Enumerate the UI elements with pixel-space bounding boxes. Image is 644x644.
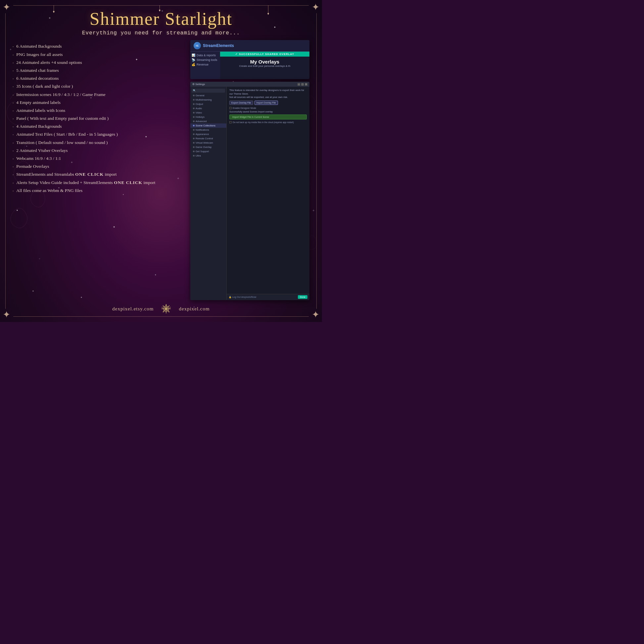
se-overlays-title: My Overlays xyxy=(223,59,307,65)
settings-nav-ultra[interactable]: Ultra xyxy=(190,154,226,158)
bullet-14: · xyxy=(13,148,14,154)
corner-bl: ✦ xyxy=(3,310,10,319)
features-list: · 6 Animated Backgrounds · PNG Images fo… xyxy=(13,40,185,300)
settings-nav-output[interactable]: Output xyxy=(190,102,226,106)
feature-text-15: Webcams 16:9 / 4:3 / 1:1 xyxy=(16,156,185,162)
border-bottom xyxy=(13,316,309,317)
settings-main-wrapper: This feature is intended for overlay des… xyxy=(227,87,309,300)
settings-search-box[interactable]: 🔍 xyxy=(192,89,225,93)
designer-mode-checkbox[interactable] xyxy=(229,107,232,109)
export-overlay-button[interactable]: Export Overlay File xyxy=(229,101,253,105)
feature-text-1: 6 Animated Backgrounds xyxy=(16,43,185,50)
done-button[interactable]: Done xyxy=(298,295,307,299)
settings-body: 🔍 General Multistreaming Output Audio xyxy=(190,87,309,300)
se-logo: SE xyxy=(194,42,201,49)
feature-9: · Animated labels with Icons xyxy=(13,108,185,114)
feature-11: · 4 Animated Backgrounds xyxy=(13,123,185,130)
import-overlay-button[interactable]: Import Overlay File xyxy=(254,101,278,105)
main-area: · 6 Animated Backgrounds · PNG Images fo… xyxy=(13,40,309,300)
feature-text-11: 4 Animated Backgrounds xyxy=(16,123,185,130)
settings-nav-hotkeys[interactable]: Hotkeys xyxy=(190,115,226,119)
border-right xyxy=(316,13,317,309)
settings-nav-notifications[interactable]: Notifications xyxy=(190,128,226,132)
feature-18: · Alerts Setup Video Guide included + St… xyxy=(13,180,185,186)
settings-title-label: ⚙ Settings xyxy=(192,83,205,86)
settings-nav-general[interactable]: General xyxy=(190,93,226,98)
se-nav-data: 📊 Data & reports xyxy=(190,53,220,58)
streamelements-screenshot: SE StreamElements 📊 Data & reports xyxy=(190,40,309,79)
corner-tr: ✦ xyxy=(312,3,319,12)
feature-text-6: 35 Icons ( dark and light color ) xyxy=(16,83,185,90)
settings-nav-advanced[interactable]: Advanced xyxy=(190,119,226,123)
feature-15: · Webcams 16:9 / 4:3 / 1:1 xyxy=(13,156,185,162)
import-widget-button[interactable]: Import Widget File in Current Scene xyxy=(229,115,307,119)
bullet-7: · xyxy=(13,92,14,98)
svg-text:SE: SE xyxy=(196,44,199,47)
feature-17: · StreamElements and Streamlabs ONE CLIC… xyxy=(13,171,185,178)
settings-nav-appearance[interactable]: Appearance xyxy=(190,132,226,136)
feature-3: · 24 Animated alerts +4 sound options xyxy=(13,60,185,66)
no-backup-checkbox[interactable] xyxy=(229,121,232,123)
settings-nav-scene-collections[interactable]: Scene Collections xyxy=(190,123,226,128)
feature-4: · 5 Animated chat frames xyxy=(13,68,185,74)
minimize-button[interactable]: – xyxy=(298,83,300,86)
feature-text-4: 5 Animated chat frames xyxy=(16,68,185,74)
settings-titlebar: ⚙ Settings – □ ✕ xyxy=(190,82,309,87)
feature-text-5: 6 Animated decorations xyxy=(16,75,185,82)
close-button[interactable]: ✕ xyxy=(305,83,307,86)
main-title: Shimmer Starlight xyxy=(13,9,309,29)
se-content: ✓ SUCCESSFULLY SHARED OVERLAY My Overlay… xyxy=(220,52,309,79)
bullet-18: · xyxy=(13,180,14,186)
bullet-16: · xyxy=(13,164,14,170)
bullet-12: · xyxy=(13,132,14,138)
se-layout: 📊 Data & reports 📡 Streaming tools 💰 Rev… xyxy=(190,52,309,79)
settings-nav-game-overlay[interactable]: Game Overlay xyxy=(190,145,226,149)
settings-screenshot: ⚙ Settings – □ ✕ 🔍 General Multis xyxy=(190,82,309,300)
designer-mode-label: Enable Designer Mode xyxy=(233,107,256,109)
bullet-3: · xyxy=(13,60,14,66)
feature-text-10: Panel ( With text and Empty panel for cu… xyxy=(16,115,185,122)
main-content: Shimmer Starlight Everything you need fo… xyxy=(0,0,322,322)
feature-16: · Premade Overlays xyxy=(13,163,185,170)
settings-nav-get-support[interactable]: Get Support xyxy=(190,149,226,154)
settings-nav-multistreaming[interactable]: Multistreaming xyxy=(190,98,226,102)
feature-6: · 35 Icons ( dark and light color ) xyxy=(13,83,185,90)
bullet-15: · xyxy=(13,156,14,162)
feature-12: · Animated Text Files ( Start / Brb / En… xyxy=(13,131,185,138)
chart-icon: 📊 xyxy=(192,54,195,57)
feature-text-14: 2 Animated Vtuber Overlays xyxy=(16,148,185,154)
screenshots-panel: SE StreamElements 📊 Data & reports xyxy=(190,40,309,300)
subtitle: Everything you need for streaming and mo… xyxy=(13,30,309,36)
settings-action-buttons: Export Overlay File Import Overlay File xyxy=(229,101,307,105)
settings-nav-audio[interactable]: Audio xyxy=(190,106,226,111)
website-link[interactable]: dexpixel.com xyxy=(179,306,209,312)
etsy-link[interactable]: dexpixel.etsy.com xyxy=(112,306,154,312)
feature-19: · All files come as Webm & PNG files xyxy=(13,188,185,194)
feature-text-13: Transition ( Default sound / low sound /… xyxy=(16,140,185,146)
corner-br: ✦ xyxy=(312,310,319,319)
bullet-1: · xyxy=(13,44,14,50)
revenue-icon: 💰 xyxy=(192,63,195,66)
maximize-button[interactable]: □ xyxy=(301,83,304,86)
bullet-2: · xyxy=(13,52,14,58)
bullet-17: · xyxy=(13,172,14,178)
feature-7: · Intermission scenes 16:9 / 4:3 / 1:2 /… xyxy=(13,92,185,98)
footer-links: dexpixel.etsy.com dexpixel.com xyxy=(13,303,309,315)
settings-nav-video[interactable]: Video xyxy=(190,111,226,115)
settings-notice: This feature is intended for overlay des… xyxy=(229,89,307,99)
feature-14: · 2 Animated Vtuber Overlays xyxy=(13,148,185,154)
settings-nav-remote-control[interactable]: Remote Control xyxy=(190,136,226,141)
settings-footer: 🔒 Log Out dexpixelofficial Done xyxy=(227,294,309,300)
se-header: SE StreamElements xyxy=(190,40,309,52)
bullet-19: · xyxy=(13,188,14,194)
feature-10: · Panel ( With text and Empty panel for … xyxy=(13,115,185,122)
feature-text-3: 24 Animated alerts +4 sound options xyxy=(16,60,185,66)
stream-icon: 📡 xyxy=(192,58,195,62)
bullet-10: · xyxy=(13,116,14,122)
settings-saved-text: Successfully saved Scenes Import overlay xyxy=(229,111,307,113)
settings-nav-virtual-webcam[interactable]: Virtual Webcam xyxy=(190,141,226,145)
bullet-5: · xyxy=(13,76,14,82)
drop-tl xyxy=(53,5,55,13)
feature-text-17: StreamElements and Streamlabs ONE CLICK … xyxy=(16,171,185,178)
bullet-6: · xyxy=(13,84,14,90)
